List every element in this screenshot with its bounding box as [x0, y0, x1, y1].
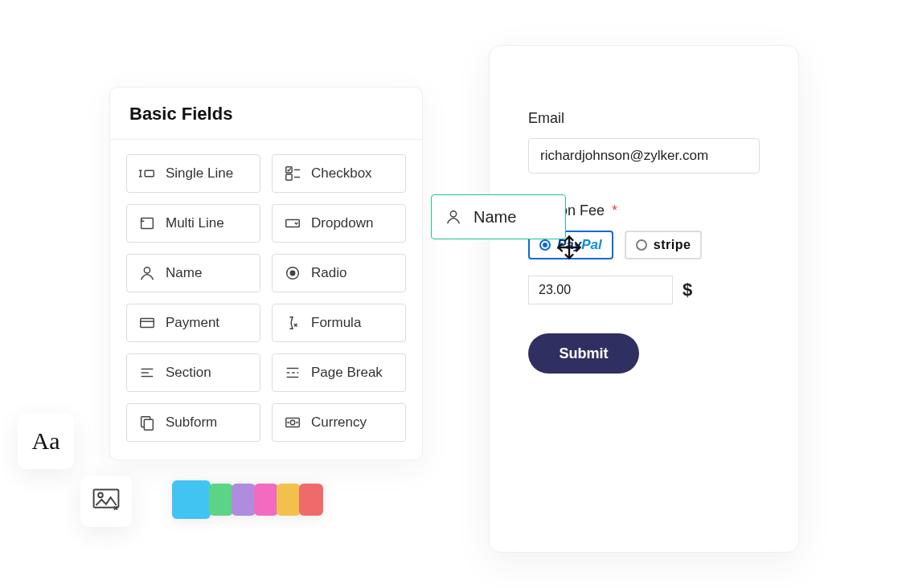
payment-option-stripe[interactable]: stripe [625, 231, 703, 259]
svg-point-25 [297, 423, 297, 423]
swatch-4[interactable] [277, 484, 301, 516]
field-label: Radio [311, 265, 346, 281]
field-payment[interactable]: Payment [126, 304, 260, 342]
field-currency[interactable]: Currency [272, 403, 406, 442]
swatch-5[interactable] [299, 484, 323, 516]
dropdown-icon [284, 214, 301, 232]
field-label: Section [166, 365, 211, 381]
stripe-logo-icon: stripe [654, 238, 691, 252]
svg-rect-3 [286, 174, 292, 180]
field-label: Single Line [166, 165, 233, 182]
field-name[interactable]: Name [126, 254, 260, 292]
swatch-2[interactable] [232, 484, 256, 516]
svg-rect-10 [141, 319, 154, 328]
person-icon [445, 208, 462, 226]
field-label: Dropdown [311, 215, 374, 231]
field-label: Name [166, 265, 202, 281]
person-icon [138, 264, 156, 282]
swatch-3[interactable] [254, 484, 278, 516]
currency-icon [284, 414, 301, 431]
field-label: Checkbox [311, 165, 372, 182]
swatch-0[interactable] [172, 480, 211, 519]
field-multi-line[interactable]: Multi Line [126, 204, 260, 243]
radio-icon [284, 264, 301, 282]
font-tile-label: Aa [32, 427, 60, 455]
svg-rect-0 [145, 170, 154, 176]
field-label: Payment [166, 315, 219, 331]
radio-icon [636, 239, 647, 251]
field-dropdown[interactable]: Dropdown [272, 204, 406, 243]
basic-fields-title: Basic Fields [110, 88, 422, 140]
field-label: Currency [311, 414, 367, 431]
field-subform[interactable]: Subform [126, 403, 260, 442]
payment-icon [138, 314, 156, 332]
image-picker-tile[interactable] [80, 476, 132, 527]
subform-icon [138, 414, 156, 431]
checkbox-icon [284, 165, 301, 182]
dragging-field-label: Name [474, 208, 516, 227]
svg-point-24 [288, 423, 289, 423]
swatch-1[interactable] [209, 484, 233, 516]
field-checkbox[interactable]: Checkbox [272, 154, 406, 193]
font-style-tile[interactable]: Aa [18, 413, 74, 469]
multi-line-icon [138, 214, 156, 232]
field-label: Subform [166, 414, 217, 431]
svg-rect-5 [141, 218, 154, 229]
field-section[interactable]: Section [126, 353, 260, 392]
svg-point-9 [290, 271, 295, 276]
field-radio[interactable]: Radio [272, 254, 406, 292]
formula-icon [284, 314, 301, 332]
dragging-field-clone[interactable]: Name [431, 194, 566, 239]
radio-icon [539, 239, 551, 251]
field-formula[interactable]: Formula [272, 304, 406, 342]
svg-rect-21 [144, 419, 153, 430]
field-label: Page Break [311, 365, 383, 381]
required-asterisk: * [612, 202, 617, 218]
field-page-break[interactable]: Page Break [272, 353, 406, 392]
basic-fields-panel: Basic Fields Single Line Checkbox Multi … [109, 87, 423, 460]
basic-fields-grid: Single Line Checkbox Multi Line Dropdown [110, 140, 422, 459]
move-cursor-icon [555, 233, 584, 265]
single-line-icon [138, 165, 156, 182]
field-label: Multi Line [166, 215, 224, 231]
currency-symbol: $ [683, 280, 692, 300]
submit-button[interactable]: Submit [528, 333, 639, 374]
section-icon [138, 364, 156, 382]
svg-point-7 [144, 267, 150, 273]
form-preview-card: Email stration Fee * PayPal stripe $ Sub… [489, 45, 799, 553]
svg-point-23 [290, 420, 295, 425]
email-label: Email [528, 110, 760, 127]
email-field[interactable] [528, 138, 760, 174]
field-label: Formula [311, 315, 361, 331]
image-icon [92, 488, 120, 514]
svg-point-26 [450, 211, 456, 217]
submit-button-label: Submit [560, 345, 609, 362]
page-break-icon [284, 364, 301, 382]
amount-field[interactable] [528, 276, 673, 304]
svg-point-28 [98, 493, 103, 498]
theme-color-swatches [172, 480, 323, 519]
field-single-line[interactable]: Single Line [126, 154, 260, 193]
